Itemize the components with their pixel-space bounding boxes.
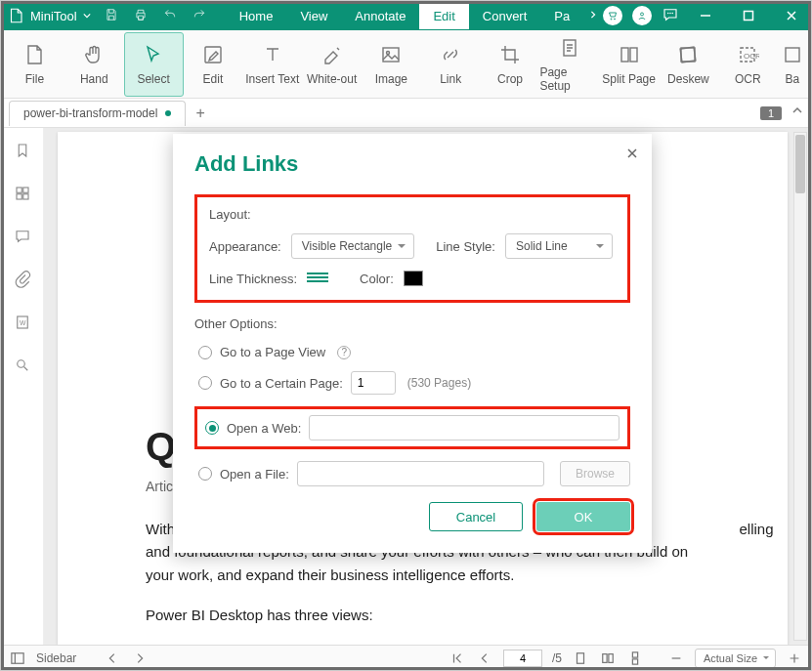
title-right bbox=[603, 2, 812, 29]
two-page-view-icon[interactable] bbox=[599, 650, 617, 667]
zoom-in-icon[interactable] bbox=[786, 650, 803, 667]
zoom-out-icon[interactable] bbox=[667, 650, 685, 667]
web-url-input[interactable] bbox=[309, 415, 620, 440]
maximize-button[interactable] bbox=[732, 2, 765, 29]
ok-button[interactable]: OK bbox=[536, 502, 630, 531]
dialog-close-button[interactable] bbox=[626, 147, 638, 162]
menu-edit[interactable]: Edit bbox=[419, 3, 468, 29]
ribbon-image[interactable]: Image bbox=[362, 32, 421, 97]
app-logo bbox=[7, 5, 24, 26]
scrollbar-thumb[interactable] bbox=[795, 135, 805, 193]
ribbon-select[interactable]: Select bbox=[124, 32, 184, 97]
svg-point-2 bbox=[669, 12, 671, 14]
ribbon-link[interactable]: Link bbox=[421, 32, 481, 97]
search-icon[interactable] bbox=[14, 356, 31, 378]
first-page-icon[interactable] bbox=[449, 650, 466, 667]
minimize-button[interactable] bbox=[689, 2, 722, 29]
ribbon-crop[interactable]: Crop bbox=[481, 32, 540, 97]
svg-point-3 bbox=[672, 12, 674, 14]
chevron-down-icon[interactable] bbox=[83, 9, 91, 22]
menu-view[interactable]: View bbox=[286, 3, 341, 29]
thumbnails-icon[interactable] bbox=[14, 185, 31, 206]
option-page-view[interactable]: Go to a Page View ? bbox=[194, 345, 630, 359]
prev-page-icon[interactable] bbox=[476, 650, 493, 667]
cart-icon[interactable] bbox=[603, 6, 622, 25]
ribbon-label: Page Setup bbox=[539, 65, 599, 93]
single-page-view-icon[interactable] bbox=[572, 650, 589, 667]
ribbon-page-setup[interactable]: Page Setup bbox=[539, 32, 599, 97]
ribbon-label: Edit bbox=[203, 72, 224, 86]
svg-point-0 bbox=[641, 13, 644, 16]
current-page-input[interactable] bbox=[503, 650, 542, 667]
close-button[interactable] bbox=[775, 2, 808, 29]
add-tab-button[interactable]: + bbox=[195, 105, 204, 122]
browse-button[interactable]: Browse bbox=[560, 461, 630, 486]
ribbon-label: Split Page bbox=[602, 72, 656, 86]
svg-rect-4 bbox=[745, 12, 753, 21]
bookmark-icon[interactable] bbox=[14, 142, 31, 163]
user-icon[interactable] bbox=[632, 6, 652, 25]
svg-rect-16 bbox=[17, 188, 21, 192]
doc-paragraph: Power BI Desktop has three views: bbox=[146, 604, 700, 626]
menu-annotate[interactable]: Annotate bbox=[341, 3, 419, 29]
dialog-actions: Cancel OK bbox=[194, 502, 630, 531]
svg-rect-27 bbox=[632, 651, 637, 656]
svg-rect-15 bbox=[786, 48, 799, 62]
option-open-file[interactable]: Open a File: Browse bbox=[194, 461, 630, 486]
word-export-icon[interactable]: W bbox=[14, 314, 31, 335]
prev-page-alt-icon[interactable] bbox=[104, 650, 121, 667]
quick-access-toolbar bbox=[105, 8, 206, 24]
svg-rect-24 bbox=[577, 652, 583, 663]
app-name: MiniTool bbox=[30, 9, 77, 23]
vertical-scrollbar[interactable] bbox=[793, 132, 807, 641]
radio-icon[interactable] bbox=[205, 421, 219, 435]
save-icon[interactable] bbox=[105, 8, 118, 24]
appearance-label: Appearance: bbox=[209, 239, 281, 254]
ribbon-hand[interactable]: Hand bbox=[64, 32, 124, 97]
certain-page-input[interactable] bbox=[351, 371, 396, 395]
menu-overflow-item[interactable]: Pa bbox=[540, 3, 583, 29]
collapse-ribbon-icon[interactable] bbox=[791, 105, 803, 120]
option-certain-page[interactable]: Go to a Certain Page: (530 Pages) bbox=[194, 371, 630, 395]
line-style-dropdown[interactable]: Solid Line bbox=[505, 233, 613, 259]
zoom-select[interactable]: Actual Size bbox=[695, 649, 776, 668]
attachment-icon[interactable] bbox=[14, 271, 31, 292]
next-page-alt-icon[interactable] bbox=[131, 650, 149, 667]
file-path-input[interactable] bbox=[297, 461, 544, 486]
document-tab[interactable]: power-bi-transform-model bbox=[9, 101, 186, 126]
side-rail: W bbox=[1, 128, 44, 645]
ribbon-overflow[interactable]: Ba bbox=[778, 32, 807, 97]
svg-rect-12 bbox=[681, 48, 695, 62]
ribbon-file[interactable]: File bbox=[5, 32, 64, 97]
help-icon[interactable]: ? bbox=[337, 346, 351, 359]
undo-icon[interactable] bbox=[163, 8, 177, 24]
color-picker[interactable] bbox=[404, 271, 423, 286]
print-icon[interactable] bbox=[134, 8, 148, 24]
ribbon-label: Select bbox=[137, 72, 169, 86]
line-thickness-label: Line Thickness: bbox=[209, 272, 297, 286]
menu-home[interactable]: Home bbox=[226, 3, 287, 29]
ribbon: File Hand Select Edit Insert Text White-… bbox=[1, 30, 811, 99]
redo-icon[interactable] bbox=[192, 8, 206, 24]
page-badge: 1 bbox=[760, 106, 782, 120]
svg-rect-28 bbox=[632, 658, 637, 663]
chat-icon[interactable] bbox=[662, 6, 679, 26]
ribbon-whiteout[interactable]: White-out bbox=[302, 32, 362, 97]
radio-icon bbox=[198, 376, 212, 390]
ribbon-ocr[interactable]: OCROCR bbox=[718, 32, 778, 97]
menu-convert[interactable]: Convert bbox=[469, 3, 541, 29]
layout-section-highlight: Layout: Appearance: Visible Rectangle Li… bbox=[194, 194, 630, 303]
svg-rect-23 bbox=[12, 652, 23, 663]
comments-icon[interactable] bbox=[14, 228, 31, 249]
appearance-dropdown[interactable]: Visible Rectangle bbox=[291, 233, 415, 259]
menu-bar: Home View Annotate Edit Convert Pa bbox=[226, 3, 604, 29]
ribbon-insert-text[interactable]: Insert Text bbox=[242, 32, 302, 97]
cancel-button[interactable]: Cancel bbox=[429, 502, 523, 531]
line-thickness-picker[interactable] bbox=[307, 273, 328, 284]
ribbon-edit[interactable]: Edit bbox=[184, 32, 243, 97]
continuous-view-icon[interactable] bbox=[626, 650, 644, 667]
ribbon-split-page[interactable]: Split Page bbox=[599, 32, 659, 97]
menu-overflow-icon[interactable] bbox=[583, 9, 603, 22]
ribbon-deskew[interactable]: Deskew bbox=[659, 32, 718, 97]
sidebar-toggle-icon[interactable] bbox=[9, 650, 26, 667]
